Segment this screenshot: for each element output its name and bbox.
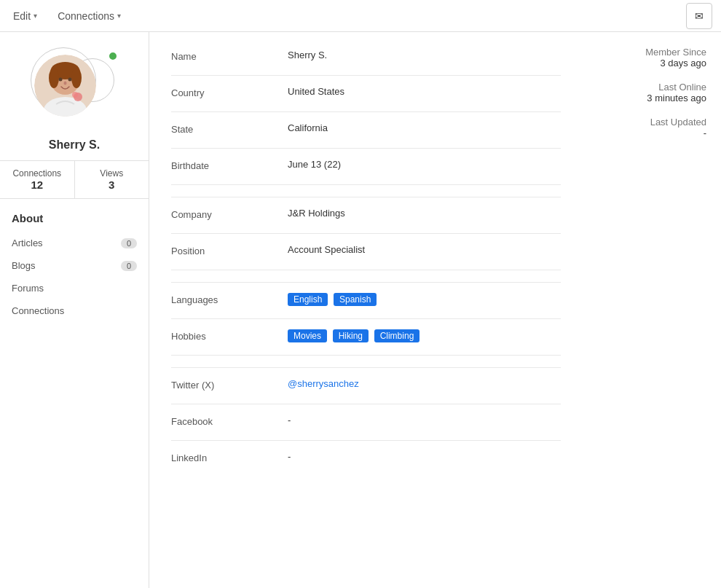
last-online-row: Last Online 3 minutes ago xyxy=(647,82,706,103)
facebook-row: Facebook - xyxy=(171,404,561,441)
connections-chevron-icon: ▾ xyxy=(117,12,121,20)
sidebar-item-articles[interactable]: Articles 0 xyxy=(0,232,149,254)
languages-row: Languages English Spanish xyxy=(171,283,561,319)
profile-fields: Name Sherry S. Country United States Sta… xyxy=(149,32,721,485)
hobbies-label: Hobbies xyxy=(171,329,288,342)
sidebar: Sherry S. Connections 12 Views 3 About A… xyxy=(0,32,149,588)
svg-point-6 xyxy=(59,78,63,82)
connections-stat: Connections 12 xyxy=(0,161,75,198)
spacer-row-3 xyxy=(171,356,561,368)
connections-stat-value: 12 xyxy=(31,179,43,191)
hobbies-row: Hobbies Movies Hiking Climbing xyxy=(171,319,561,356)
member-info-block: Member Since 3 days ago Last Online 3 mi… xyxy=(645,32,721,152)
company-row: Company J&R Holdings xyxy=(171,197,561,234)
position-value: Account Specialist xyxy=(288,244,561,255)
last-online-label: Last Online xyxy=(658,82,706,93)
spacer-row-1 xyxy=(171,185,561,197)
tag-hiking: Hiking xyxy=(333,329,369,342)
country-value: United States xyxy=(288,86,561,97)
top-bar: Edit ▾ Connections ▾ ✉ xyxy=(0,0,721,32)
connections-stat-label: Connections xyxy=(12,168,61,179)
name-label: Name xyxy=(171,50,288,62)
position-row: Position Account Specialist xyxy=(171,234,561,270)
last-updated-row: Last Updated - xyxy=(650,117,706,138)
position-label: Position xyxy=(171,244,288,256)
last-updated-label: Last Updated xyxy=(650,117,706,128)
stats-row: Connections 12 Views 3 xyxy=(0,161,149,199)
last-updated-value: - xyxy=(704,128,706,138)
birthdate-value: June 13 (22) xyxy=(288,159,561,170)
blogs-label: Blogs xyxy=(12,260,36,271)
edit-button[interactable]: Edit ▾ xyxy=(9,7,42,25)
forums-label: Forums xyxy=(12,283,44,294)
company-value: J&R Holdings xyxy=(288,208,561,219)
twitter-link[interactable]: @sherrysanchez xyxy=(288,378,359,389)
svg-point-10 xyxy=(72,92,78,98)
sidebar-heading: About xyxy=(0,206,149,232)
state-label: State xyxy=(171,122,288,135)
mail-icon: ✉ xyxy=(695,10,704,22)
birthdate-row: Birthdate June 13 (22) xyxy=(171,149,561,185)
mail-button[interactable]: ✉ xyxy=(686,3,712,29)
avatar-wrapper xyxy=(27,44,122,131)
profile-section: Sherry S. xyxy=(0,32,149,161)
tag-movies: Movies xyxy=(288,329,327,342)
last-online-value: 3 minutes ago xyxy=(647,93,706,103)
sidebar-item-blogs[interactable]: Blogs 0 xyxy=(0,254,149,277)
tag-english: English xyxy=(288,293,328,306)
connections-button[interactable]: Connections ▾ xyxy=(53,7,125,25)
country-label: Country xyxy=(171,86,288,98)
views-stat: Views 3 xyxy=(75,161,149,198)
articles-badge: 0 xyxy=(121,238,137,248)
edit-chevron-icon: ▾ xyxy=(34,12,37,20)
name-row: Name Sherry S. xyxy=(171,39,561,76)
member-since-label: Member Since xyxy=(645,47,706,58)
sidebar-item-forums[interactable]: Forums xyxy=(0,277,149,299)
hobbies-value: Movies Hiking Climbing xyxy=(288,329,561,342)
profile-name: Sherry S. xyxy=(49,138,100,152)
twitter-row: Twitter (X) @sherrysanchez xyxy=(171,368,561,404)
spacer-row-2 xyxy=(171,270,561,283)
twitter-value: @sherrysanchez xyxy=(288,378,561,389)
sidebar-nav: About Articles 0 Blogs 0 Forums Connecti… xyxy=(0,199,149,329)
svg-point-7 xyxy=(68,78,72,82)
languages-label: Languages xyxy=(171,293,288,305)
linkedin-row: LinkedIn - xyxy=(171,441,561,477)
birthdate-label: Birthdate xyxy=(171,159,288,171)
svg-point-5 xyxy=(71,68,82,88)
avatar xyxy=(34,55,96,117)
blogs-badge: 0 xyxy=(121,261,137,271)
connections-nav-label: Connections xyxy=(12,305,64,316)
facebook-label: Facebook xyxy=(171,415,288,427)
edit-label: Edit xyxy=(13,10,31,22)
svg-point-4 xyxy=(49,68,59,88)
views-stat-label: Views xyxy=(100,168,123,179)
state-value: California xyxy=(288,122,561,133)
content-area: Member Since 3 days ago Last Online 3 mi… xyxy=(149,32,721,588)
name-value: Sherry S. xyxy=(288,50,561,60)
articles-label: Articles xyxy=(12,238,43,248)
linkedin-value: - xyxy=(288,451,561,462)
tag-climbing: Climbing xyxy=(374,329,420,342)
member-since-row: Member Since 3 days ago xyxy=(645,47,706,68)
company-label: Company xyxy=(171,208,288,220)
top-bar-left: Edit ▾ Connections ▾ xyxy=(9,7,125,25)
online-indicator xyxy=(108,51,118,61)
views-stat-value: 3 xyxy=(109,179,114,191)
member-since-value: 3 days ago xyxy=(660,58,706,68)
sidebar-item-connections[interactable]: Connections xyxy=(0,299,149,322)
linkedin-label: LinkedIn xyxy=(171,451,288,463)
languages-value: English Spanish xyxy=(288,293,561,306)
state-row: State California xyxy=(171,112,561,149)
twitter-label: Twitter (X) xyxy=(171,378,288,391)
tag-spanish: Spanish xyxy=(334,293,377,306)
country-row: Country United States xyxy=(171,76,561,112)
main-layout: Sherry S. Connections 12 Views 3 About A… xyxy=(0,32,721,588)
connections-label: Connections xyxy=(58,10,114,22)
svg-point-8 xyxy=(64,82,67,85)
facebook-value: - xyxy=(288,415,561,426)
